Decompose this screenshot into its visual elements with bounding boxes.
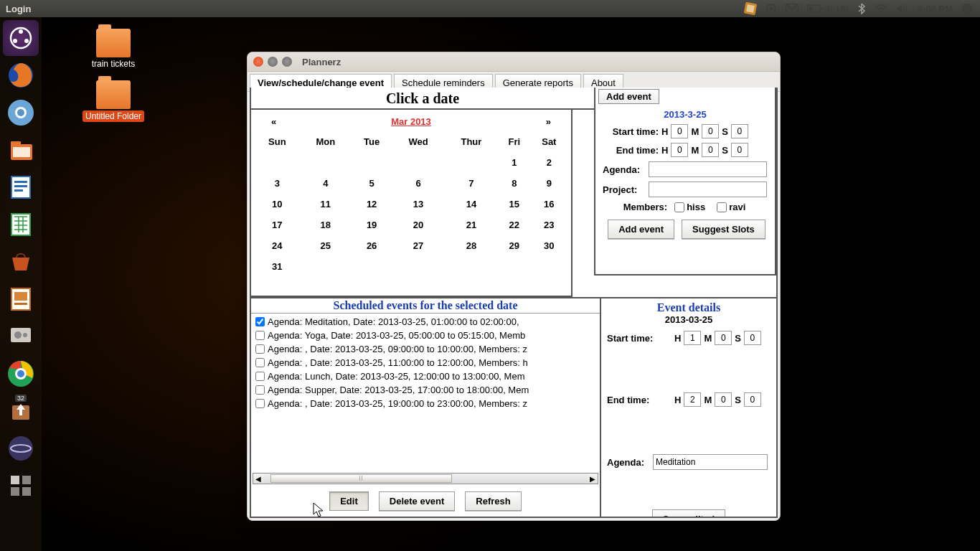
add-event-button[interactable]: Add event xyxy=(608,220,674,239)
end-h-input[interactable] xyxy=(671,143,688,157)
event-checkbox[interactable] xyxy=(255,372,265,381)
event-checkbox[interactable] xyxy=(255,358,265,367)
eclipse-icon[interactable] xyxy=(3,430,39,466)
event-checkbox[interactable] xyxy=(255,399,265,408)
list-item[interactable]: Agenda: Supper, Date: 2013-03-25, 17:00:… xyxy=(253,383,600,397)
battery-indicator[interactable]: (0:16) xyxy=(807,4,849,14)
details-end-s-input[interactable] xyxy=(744,392,761,407)
sound-icon[interactable] xyxy=(896,4,909,14)
project-input[interactable] xyxy=(649,182,767,197)
list-item[interactable]: Agenda: , Date: 2013-03-25, 09:00:00 to … xyxy=(253,342,600,356)
member-ravi-checkbox[interactable]: ravi xyxy=(717,202,745,212)
libreoffice-impress-icon[interactable] xyxy=(3,281,39,317)
updates-icon[interactable] xyxy=(744,2,757,15)
nautilus-icon[interactable] xyxy=(3,132,39,168)
scroll-thumb[interactable] xyxy=(270,474,452,483)
refresh-button[interactable]: Refresh xyxy=(465,491,521,511)
start-m-input[interactable] xyxy=(702,124,719,138)
wifi-icon[interactable] xyxy=(875,4,887,14)
details-start-s-input[interactable] xyxy=(744,331,761,345)
agenda-input[interactable] xyxy=(649,161,767,177)
details-agenda-input[interactable] xyxy=(653,454,768,470)
calendar-month-label[interactable]: Mar 2013 xyxy=(391,116,431,127)
chromium-icon[interactable] xyxy=(3,95,39,131)
titlebar[interactable]: Plannerz xyxy=(248,52,780,72)
cal-day[interactable]: 4 xyxy=(301,173,351,194)
scroll-left-icon[interactable]: ◀ xyxy=(253,475,263,483)
cal-day[interactable]: 9 xyxy=(530,173,568,194)
cal-day[interactable]: 30 xyxy=(530,235,568,256)
cal-day[interactable]: 27 xyxy=(392,235,444,256)
mail-icon[interactable] xyxy=(786,4,798,14)
chrome-icon[interactable] xyxy=(3,356,39,392)
save-edited-button[interactable]: Save edited xyxy=(652,509,725,518)
edit-button[interactable]: Edit xyxy=(329,491,369,511)
cal-day[interactable]: 1 xyxy=(499,152,530,173)
cal-day[interactable]: 31 xyxy=(254,256,301,277)
cal-day[interactable]: 2 xyxy=(530,152,568,173)
event-checkbox[interactable] xyxy=(255,317,265,326)
details-end-h-input[interactable] xyxy=(684,392,701,407)
list-item[interactable]: Agenda: Yoga, Date: 2013-03-25, 05:00:00… xyxy=(253,329,600,342)
desktop-folder-untitled[interactable]: Untitled Folder xyxy=(70,80,156,122)
cal-day[interactable]: 13 xyxy=(392,194,444,215)
cal-day[interactable]: 15 xyxy=(499,194,530,215)
cal-day[interactable]: 8 xyxy=(499,173,530,194)
cal-day[interactable]: 21 xyxy=(444,215,499,235)
cal-day[interactable]: 29 xyxy=(499,235,530,256)
cal-day[interactable]: 19 xyxy=(351,215,392,235)
cal-day[interactable]: 3 xyxy=(254,173,301,194)
cal-day[interactable]: 28 xyxy=(444,235,499,256)
update-manager-icon[interactable]: 32 xyxy=(3,393,39,429)
start-h-input[interactable] xyxy=(671,124,688,138)
cal-day[interactable]: 23 xyxy=(530,215,568,235)
firefox-icon[interactable] xyxy=(3,57,39,93)
delete-event-button[interactable]: Delete event xyxy=(379,491,456,511)
cal-day[interactable]: 25 xyxy=(301,235,351,256)
cal-day[interactable]: 20 xyxy=(392,215,444,235)
network-icon[interactable] xyxy=(765,3,777,14)
start-s-input[interactable] xyxy=(731,124,748,138)
session-icon[interactable] xyxy=(961,3,973,14)
clock[interactable]: 8:08 PM xyxy=(918,4,953,14)
libreoffice-calc-icon[interactable] xyxy=(3,207,39,242)
dash-home-icon[interactable] xyxy=(3,20,39,56)
software-center-icon[interactable] xyxy=(3,244,39,280)
cal-day[interactable]: 24 xyxy=(254,235,301,256)
cal-day[interactable]: 26 xyxy=(351,235,392,256)
list-item[interactable]: Agenda: , Date: 2013-03-25, 11:00:00 to … xyxy=(253,356,600,369)
system-settings-icon[interactable] xyxy=(3,319,39,354)
details-start-h-input[interactable] xyxy=(684,331,701,345)
list-item[interactable]: Agenda: Lunch, Date: 2013-03-25, 12:00:0… xyxy=(253,369,600,383)
calendar-prev-button[interactable]: « xyxy=(271,116,276,127)
cal-day[interactable]: 17 xyxy=(254,215,301,235)
scroll-track[interactable] xyxy=(263,474,588,483)
libreoffice-writer-icon[interactable] xyxy=(3,169,39,205)
cal-day[interactable]: 11 xyxy=(301,194,351,215)
cal-day[interactable]: 5 xyxy=(351,173,392,194)
desktop-folder-train-tickets[interactable]: train tickets xyxy=(70,29,156,69)
horizontal-scrollbar[interactable]: ◀ ▶ xyxy=(253,473,598,484)
cal-day[interactable]: 12 xyxy=(351,194,392,215)
event-checkbox[interactable] xyxy=(255,344,265,354)
suggest-slots-button[interactable]: Suggest Slots xyxy=(682,220,765,239)
cal-day[interactable]: 7 xyxy=(444,173,499,194)
maximize-icon[interactable] xyxy=(282,57,292,67)
details-start-m-input[interactable] xyxy=(715,331,732,345)
cal-day[interactable]: 10 xyxy=(254,194,301,215)
cal-day[interactable]: 18 xyxy=(301,215,351,235)
end-m-input[interactable] xyxy=(702,143,719,157)
list-item[interactable]: Agenda: , Date: 2013-03-25, 19:00:00 to … xyxy=(253,397,600,410)
cal-day[interactable]: 22 xyxy=(499,215,530,235)
tab-add-event[interactable]: Add event xyxy=(598,89,659,104)
end-s-input[interactable] xyxy=(731,143,748,157)
bluetooth-icon[interactable] xyxy=(857,3,866,14)
event-checkbox[interactable] xyxy=(255,331,265,340)
event-checkbox[interactable] xyxy=(255,385,265,395)
workspace-switcher-icon[interactable] xyxy=(3,468,39,504)
scroll-right-icon[interactable]: ▶ xyxy=(588,475,598,483)
details-end-m-input[interactable] xyxy=(715,392,732,407)
member-hiss-checkbox[interactable]: hiss xyxy=(674,202,705,212)
minimize-icon[interactable] xyxy=(268,57,278,67)
list-item[interactable]: Agenda: Meditation, Date: 2013-03-25, 01… xyxy=(253,315,600,329)
